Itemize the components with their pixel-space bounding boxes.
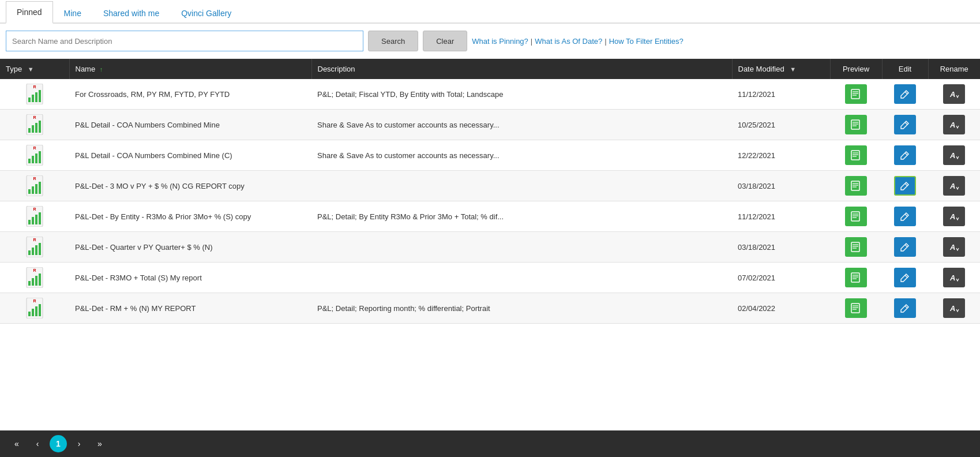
report-description-cell xyxy=(311,232,732,263)
report-description-cell: Share & Save As to customer accounts as … xyxy=(311,140,732,171)
rename-button[interactable]: A xyxy=(943,207,965,226)
date-filter-icon[interactable]: ▼ xyxy=(790,66,796,73)
svg-rect-77 xyxy=(39,274,41,286)
rename-button[interactable]: A xyxy=(943,237,965,257)
tabs-bar: Pinned Mine Shared with me Qvinci Galler… xyxy=(0,0,980,24)
preview-button[interactable] xyxy=(845,207,867,226)
edit-button[interactable] xyxy=(894,115,916,134)
first-page-button[interactable]: « xyxy=(8,435,25,452)
reports-table-wrap: Type ▼ Name ↑ Description Date Modified … xyxy=(0,59,980,430)
svg-rect-3 xyxy=(32,95,34,102)
edit-button[interactable] xyxy=(894,84,916,104)
rename-button[interactable]: A xyxy=(943,84,965,104)
preview-button[interactable] xyxy=(845,176,867,196)
prev-page-button[interactable]: ‹ xyxy=(29,435,46,452)
svg-rect-64 xyxy=(35,245,37,255)
name-sort-icon[interactable]: ↑ xyxy=(100,66,103,73)
clear-button[interactable]: Clear xyxy=(423,31,467,51)
rename-button[interactable]: A xyxy=(943,298,965,318)
preview-button[interactable] xyxy=(845,298,867,318)
report-name-cell: P&L-Det - Quarter v PY Quarter+ $ % (N) xyxy=(69,232,311,263)
edit-icon xyxy=(900,303,910,313)
edit-button[interactable] xyxy=(894,207,916,226)
report-icon: R xyxy=(6,267,63,288)
report-name-cell: P&L Detail - COA Numbers Combined Mine xyxy=(69,110,311,140)
svg-rect-88 xyxy=(35,306,37,316)
svg-line-10 xyxy=(905,92,907,94)
report-edit-cell xyxy=(882,263,928,293)
svg-rect-52 xyxy=(35,215,37,224)
svg-rect-62 xyxy=(28,250,31,255)
report-edit-cell xyxy=(882,293,928,324)
report-rename-cell: A xyxy=(928,79,980,110)
report-icon: R xyxy=(6,145,63,166)
type-filter-icon[interactable]: ▼ xyxy=(28,66,34,73)
preview-button[interactable] xyxy=(845,84,867,104)
edit-button[interactable] xyxy=(894,145,916,165)
report-date-cell: 12/22/2021 xyxy=(732,140,830,171)
svg-rect-38 xyxy=(28,189,31,194)
col-name: Name ↑ xyxy=(69,59,311,79)
svg-text:A: A xyxy=(949,243,955,252)
rename-button[interactable]: A xyxy=(943,145,965,165)
svg-rect-53 xyxy=(39,212,41,224)
svg-rect-41 xyxy=(39,182,41,194)
rename-button[interactable]: A xyxy=(943,268,965,287)
next-page-button[interactable]: › xyxy=(70,435,88,452)
preview-icon xyxy=(851,89,861,99)
report-preview-cell xyxy=(830,171,882,201)
table-row: R P&L-Det - By Entity - R3Mo & Prior 3Mo… xyxy=(0,201,980,232)
report-icon: R xyxy=(6,298,63,319)
table-row: R P&L-Det - R3MO + Total (S) My report07… xyxy=(0,263,980,293)
svg-rect-18 xyxy=(851,120,859,129)
report-rename-cell: A xyxy=(928,171,980,201)
svg-rect-76 xyxy=(35,276,37,286)
last-page-button[interactable]: » xyxy=(91,435,108,452)
svg-rect-65 xyxy=(39,243,41,255)
svg-text:R: R xyxy=(33,268,36,272)
svg-rect-86 xyxy=(28,312,31,316)
svg-text:A: A xyxy=(949,304,955,313)
report-rename-cell: A xyxy=(928,263,980,293)
tab-shared[interactable]: Shared with me xyxy=(92,2,170,24)
table-row: R P&L-Det - 3 MO v PY + $ % (N) CG REPOR… xyxy=(0,171,980,201)
edit-button[interactable] xyxy=(894,176,916,196)
svg-rect-17 xyxy=(39,121,41,133)
edit-icon xyxy=(900,272,910,283)
tab-mine[interactable]: Mine xyxy=(53,2,92,24)
report-description-cell: P&L; Detail; By Entity R3Mo & Prior 3Mo … xyxy=(311,201,732,232)
preview-button[interactable] xyxy=(845,115,867,134)
search-button[interactable]: Search xyxy=(368,31,418,51)
svg-rect-15 xyxy=(32,125,34,133)
help-link-pinning[interactable]: What is Pinning? xyxy=(472,37,528,46)
tab-pinned[interactable]: Pinned xyxy=(6,1,53,24)
search-input[interactable] xyxy=(6,31,363,51)
separator-2: | xyxy=(604,37,606,46)
help-link-asofdate[interactable]: What is As Of Date? xyxy=(535,37,602,46)
svg-line-94 xyxy=(905,306,907,308)
svg-rect-30 xyxy=(851,151,859,160)
edit-button[interactable] xyxy=(894,268,916,287)
help-link-filter[interactable]: How To Filter Entities? xyxy=(609,37,684,46)
report-edit-cell xyxy=(882,201,928,232)
report-name-cell: P&L-Det - RM + % (N) MY REPORT xyxy=(69,293,311,324)
col-edit: Edit xyxy=(882,59,928,79)
rename-button[interactable]: A xyxy=(943,115,965,134)
edit-icon xyxy=(900,181,910,191)
tab-gallery[interactable]: Qvinci Gallery xyxy=(170,2,242,24)
report-rename-cell: A xyxy=(928,110,980,140)
report-rename-cell: A xyxy=(928,232,980,263)
rename-button[interactable]: A xyxy=(943,176,965,196)
report-date-cell: 11/12/2021 xyxy=(732,201,830,232)
svg-rect-27 xyxy=(32,156,34,163)
preview-button[interactable] xyxy=(845,145,867,165)
report-name-cell: P&L Detail - COA Numbers Combined Mine (… xyxy=(69,140,311,171)
preview-button[interactable] xyxy=(845,268,867,287)
report-date-cell: 03/18/2021 xyxy=(732,232,830,263)
edit-button[interactable] xyxy=(894,237,916,257)
table-row: R P&L-Det - RM + % (N) MY REPORTP&L; Det… xyxy=(0,293,980,324)
svg-text:R: R xyxy=(33,85,36,89)
svg-rect-2 xyxy=(28,98,31,102)
preview-button[interactable] xyxy=(845,237,867,257)
edit-button[interactable] xyxy=(894,298,916,318)
